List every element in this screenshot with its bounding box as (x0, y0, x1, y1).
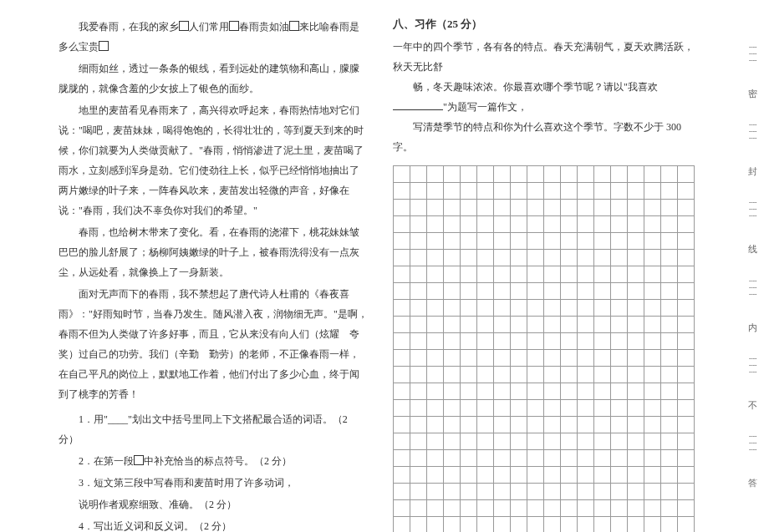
grid-cell[interactable] (544, 383, 561, 400)
grid-cell[interactable] (578, 183, 594, 200)
grid-cell[interactable] (444, 484, 461, 500)
grid-cell[interactable] (527, 433, 544, 450)
grid-cell[interactable] (394, 250, 410, 266)
grid-cell[interactable] (461, 467, 477, 484)
grid-cell[interactable] (494, 300, 511, 317)
grid-cell[interactable] (678, 283, 695, 300)
grid-cell[interactable] (410, 417, 427, 433)
grid-cell[interactable] (594, 250, 611, 266)
grid-cell[interactable] (410, 500, 427, 517)
grid-cell[interactable] (410, 166, 427, 183)
grid-cell[interactable] (444, 450, 461, 467)
grid-cell[interactable] (394, 367, 410, 383)
grid-cell[interactable] (527, 467, 544, 484)
grid-cell[interactable] (511, 400, 527, 417)
grid-cell[interactable] (410, 233, 427, 250)
grid-cell[interactable] (578, 216, 594, 233)
grid-cell[interactable] (477, 233, 494, 250)
grid-cell[interactable] (628, 283, 644, 300)
grid-cell[interactable] (611, 517, 628, 533)
grid-cell[interactable] (511, 350, 527, 367)
grid-cell[interactable] (511, 433, 527, 450)
grid-cell[interactable] (561, 517, 578, 533)
grid-cell[interactable] (661, 183, 678, 200)
grid-cell[interactable] (527, 266, 544, 283)
grid-cell[interactable] (477, 300, 494, 317)
grid-cell[interactable] (410, 266, 427, 283)
grid-cell[interactable] (561, 383, 578, 400)
grid-cell[interactable] (661, 433, 678, 450)
grid-cell[interactable] (644, 317, 661, 333)
grid-cell[interactable] (544, 200, 561, 216)
grid-cell[interactable] (511, 183, 527, 200)
grid-cell[interactable] (561, 467, 578, 484)
grid-cell[interactable] (661, 317, 678, 333)
grid-cell[interactable] (444, 200, 461, 216)
grid-cell[interactable] (427, 500, 444, 517)
grid-cell[interactable] (394, 183, 410, 200)
grid-cell[interactable] (444, 166, 461, 183)
grid-cell[interactable] (594, 283, 611, 300)
grid-cell[interactable] (427, 417, 444, 433)
grid-cell[interactable] (594, 200, 611, 216)
grid-cell[interactable] (461, 484, 477, 500)
grid-cell[interactable] (461, 417, 477, 433)
grid-cell[interactable] (544, 300, 561, 317)
grid-cell[interactable] (410, 283, 427, 300)
grid-cell[interactable] (544, 367, 561, 383)
grid-cell[interactable] (544, 250, 561, 266)
grid-cell[interactable] (611, 283, 628, 300)
grid-cell[interactable] (527, 517, 544, 533)
grid-cell[interactable] (444, 417, 461, 433)
grid-cell[interactable] (611, 450, 628, 467)
grid-cell[interactable] (511, 283, 527, 300)
grid-cell[interactable] (578, 166, 594, 183)
grid-cell[interactable] (427, 250, 444, 266)
grid-cell[interactable] (527, 350, 544, 367)
grid-cell[interactable] (611, 350, 628, 367)
grid-cell[interactable] (394, 333, 410, 350)
grid-cell[interactable] (494, 317, 511, 333)
grid-cell[interactable] (644, 266, 661, 283)
grid-cell[interactable] (511, 517, 527, 533)
grid-cell[interactable] (561, 484, 578, 500)
grid-cell[interactable] (594, 467, 611, 484)
grid-cell[interactable] (527, 283, 544, 300)
grid-cell[interactable] (578, 250, 594, 266)
grid-cell[interactable] (511, 367, 527, 383)
grid-cell[interactable] (444, 383, 461, 400)
grid-cell[interactable] (494, 283, 511, 300)
grid-cell[interactable] (477, 317, 494, 333)
grid-cell[interactable] (578, 383, 594, 400)
grid-cell[interactable] (427, 200, 444, 216)
grid-cell[interactable] (594, 450, 611, 467)
grid-cell[interactable] (611, 300, 628, 317)
grid-cell[interactable] (461, 300, 477, 317)
grid-cell[interactable] (678, 383, 695, 400)
grid-cell[interactable] (410, 450, 427, 467)
grid-cell[interactable] (444, 400, 461, 417)
grid-cell[interactable] (594, 233, 611, 250)
grid-cell[interactable] (444, 517, 461, 533)
grid-cell[interactable] (527, 317, 544, 333)
grid-cell[interactable] (611, 317, 628, 333)
grid-cell[interactable] (628, 450, 644, 467)
grid-cell[interactable] (494, 216, 511, 233)
grid-cell[interactable] (427, 467, 444, 484)
grid-cell[interactable] (561, 367, 578, 383)
grid-cell[interactable] (611, 433, 628, 450)
grid-cell[interactable] (511, 166, 527, 183)
grid-cell[interactable] (444, 350, 461, 367)
grid-cell[interactable] (527, 484, 544, 500)
grid-cell[interactable] (494, 233, 511, 250)
grid-cell[interactable] (561, 333, 578, 350)
grid-cell[interactable] (611, 250, 628, 266)
grid-cell[interactable] (410, 383, 427, 400)
grid-cell[interactable] (594, 367, 611, 383)
grid-cell[interactable] (544, 317, 561, 333)
grid-cell[interactable] (578, 467, 594, 484)
grid-cell[interactable] (628, 166, 644, 183)
grid-cell[interactable] (678, 367, 695, 383)
grid-cell[interactable] (461, 250, 477, 266)
grid-cell[interactable] (427, 367, 444, 383)
